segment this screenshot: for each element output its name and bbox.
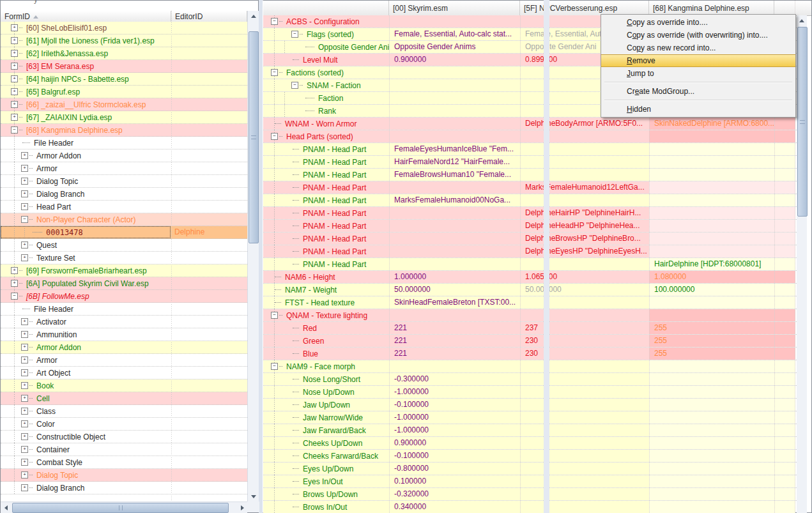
tree-row[interactable]: File Header [1, 137, 247, 149]
expand-toggle-icon[interactable]: + [21, 344, 28, 351]
field-name-cell[interactable]: Level Mult [263, 54, 389, 66]
column-header-npcverbesserung[interactable]: [5F] NPCVerbesserung.esp [520, 1, 649, 15]
expand-toggle-icon[interactable]: + [21, 471, 28, 479]
value-partial-column[interactable] [774, 411, 795, 424]
expand-toggle-icon[interactable]: + [21, 165, 28, 172]
table-row[interactable]: NAM6 - Height1.0000001.0650001.080000 [263, 271, 797, 284]
value-npcverbesserung[interactable] [520, 488, 649, 500]
table-row[interactable]: Cheeks Farward/Back-0.100000 [263, 450, 797, 463]
value-kangmina-delphine[interactable]: 255 [649, 335, 774, 347]
value-partial-column[interactable] [774, 360, 795, 372]
value-partial-column[interactable] [774, 450, 795, 462]
value-npcverbesserung[interactable] [520, 296, 649, 309]
field-name-cell[interactable]: FTST - Head texture [263, 296, 389, 309]
tree-row[interactable]: +Armor [1, 354, 247, 367]
column-header-editorid[interactable]: EditorID [171, 11, 247, 22]
tree-row[interactable]: −[68] Kangmina Delphine.esp [1, 124, 247, 137]
value-npcverbesserung[interactable] [520, 450, 649, 462]
field-name-cell[interactable]: −Head Parts (sorted) [263, 130, 389, 142]
value-partial-column[interactable] [774, 156, 795, 168]
value-skyrim-esm[interactable]: 0.340000 [389, 501, 520, 513]
value-skyrim-esm[interactable]: 50.000000 [389, 284, 520, 296]
field-name-cell[interactable]: Faction [263, 92, 389, 104]
tree-row[interactable]: +[60] SheLobElisif01.esp [1, 22, 247, 34]
value-kangmina-delphine[interactable]: SkinNakedDelphine [ARMO:6800... [649, 118, 774, 130]
expand-toggle-icon[interactable]: + [21, 152, 28, 159]
value-partial-column[interactable] [774, 309, 795, 321]
value-partial-column[interactable] [774, 463, 795, 475]
table-row[interactable]: Nose Up/Down-1.000000 [263, 386, 797, 399]
value-npcverbesserung[interactable] [520, 156, 649, 168]
tree-row[interactable]: +[65] Balgruf.esp [1, 86, 247, 98]
field-name-cell[interactable]: Eyes Up/Down [263, 463, 389, 475]
value-kangmina-delphine[interactable] [649, 360, 774, 372]
value-skyrim-esm[interactable]: 221 [389, 335, 520, 347]
value-kangmina-delphine[interactable] [649, 220, 774, 232]
value-skyrim-esm[interactable]: SkinHeadFemaleBreton [TXST:00... [389, 296, 520, 309]
value-partial-column[interactable] [774, 207, 795, 219]
expand-toggle-icon[interactable]: + [11, 88, 18, 95]
expand-toggle-icon[interactable]: + [11, 101, 18, 108]
value-npcverbesserung[interactable] [520, 360, 649, 372]
right-vertical-scrollbar[interactable] [797, 15, 807, 513]
expand-toggle-icon[interactable]: + [21, 433, 28, 440]
tree-row[interactable]: +Color [1, 418, 247, 431]
value-skyrim-esm[interactable] [389, 130, 520, 142]
expand-toggle-icon[interactable]: + [21, 241, 28, 249]
table-row[interactable]: Jaw Narrow/Wide-1.000000 [263, 411, 797, 424]
value-npcverbesserung[interactable]: DelphineBrowsHP "DelphineBro... [520, 233, 649, 245]
value-kangmina-delphine[interactable] [649, 411, 774, 424]
expand-toggle-icon[interactable]: + [11, 37, 18, 44]
tree-row[interactable]: +Class [1, 405, 247, 418]
value-kangmina-delphine[interactable] [649, 233, 774, 245]
table-row[interactable]: PNAM - Head PartDelphineEyesHP "Delphine… [263, 245, 797, 258]
expand-toggle-icon[interactable]: + [21, 459, 28, 466]
table-row[interactable]: −QNAM - Texture lighting [263, 309, 797, 322]
tree-row[interactable]: +Texture Set [1, 252, 247, 264]
tree-row[interactable]: +Head Part [1, 201, 247, 213]
table-row[interactable]: PNAM - Head PartDelphineHairHP "Delphine… [263, 207, 797, 220]
value-kangmina-delphine[interactable] [649, 373, 774, 385]
tree-row[interactable]: +Armor Addon [1, 149, 247, 162]
value-npcverbesserung[interactable]: 1.065000 [520, 271, 649, 283]
field-name-cell[interactable]: Jaw Narrow/Wide [263, 411, 389, 424]
value-skyrim-esm[interactable] [389, 207, 520, 219]
value-partial-column[interactable] [774, 130, 795, 142]
value-skyrim-esm[interactable]: -0.100000 [389, 450, 520, 462]
field-name-cell[interactable]: PNAM - Head Part [263, 169, 389, 181]
value-skyrim-esm[interactable] [389, 92, 520, 104]
expand-toggle-icon[interactable]: + [21, 446, 28, 453]
value-partial-column[interactable] [774, 118, 795, 130]
table-row[interactable]: Eyes In/Out0.100000 [263, 475, 797, 488]
collapse-toggle-icon[interactable]: − [11, 126, 18, 134]
value-npcverbesserung[interactable] [520, 258, 649, 270]
expand-toggle-icon[interactable]: + [21, 356, 28, 364]
value-partial-column[interactable] [774, 233, 795, 245]
collapse-toggle-icon[interactable]: − [21, 216, 28, 223]
table-row[interactable]: Green221230255 [263, 335, 797, 348]
menu-item-copy-as-new-record[interactable]: Copy as new record into... [601, 42, 795, 54]
tree-row[interactable]: +[67] _ZAIAIXIN Lydia.esp [1, 111, 247, 124]
column-header-formid[interactable]: FormID [1, 11, 171, 22]
expand-toggle-icon[interactable]: + [21, 484, 28, 491]
value-partial-column[interactable] [774, 296, 795, 309]
field-name-cell[interactable]: Nose Long/Short [263, 373, 389, 385]
field-name-cell[interactable]: PNAM - Head Part [263, 258, 389, 270]
expand-toggle-icon[interactable]: + [11, 114, 18, 121]
scroll-down-button[interactable] [248, 491, 259, 502]
value-kangmina-delphine[interactable]: 255 [649, 322, 774, 334]
value-partial-column[interactable] [774, 475, 795, 487]
value-skyrim-esm[interactable]: 1.000000 [389, 271, 520, 283]
value-kangmina-delphine[interactable] [649, 207, 774, 219]
value-kangmina-delphine[interactable] [649, 399, 774, 411]
field-name-cell[interactable]: Rank [263, 105, 389, 117]
value-partial-column[interactable] [774, 181, 795, 194]
field-name-cell[interactable]: PNAM - Head Part [263, 245, 389, 257]
value-npcverbesserung[interactable] [520, 130, 649, 142]
value-kangmina-delphine[interactable]: HairDelphine [HDPT:68000801] [649, 258, 774, 270]
collapse-toggle-icon[interactable]: − [271, 18, 278, 25]
table-row[interactable]: Cheeks Up/Down0.900000 [263, 437, 797, 450]
field-name-cell[interactable]: −NAM9 - Face morph [263, 360, 389, 372]
value-partial-column[interactable] [774, 322, 795, 334]
field-name-cell[interactable]: Jaw Up/Down [263, 399, 389, 411]
